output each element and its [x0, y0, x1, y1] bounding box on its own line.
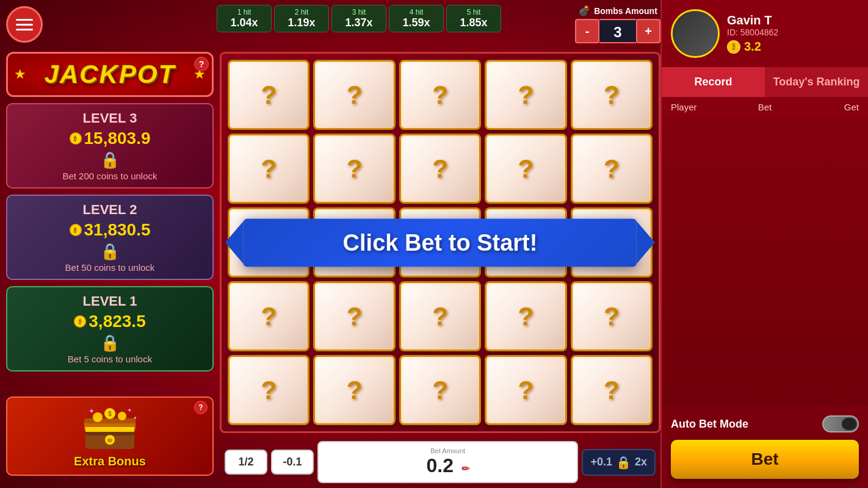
right-panel: Gavin T ID: 58004862 ₿ 3.2 Record Today'…	[660, 0, 868, 488]
coin-icon-level3: ₿	[70, 132, 82, 145]
auto-bet-toggle[interactable]	[822, 415, 859, 432]
double-x-label: 2x	[635, 456, 647, 468]
banner-arrow-right	[637, 221, 655, 264]
level-1-card: LEVEL 1 ₿ 3,823.5 🔒 Bet 5 coins to unloc…	[6, 286, 214, 371]
record-header-player: Player	[671, 102, 734, 112]
hit-box-4: 4 hit 1.59x	[389, 5, 444, 32]
left-panel: ★ JACKPOT ★ ? LEVEL 3 ₿ 15,803.9 🔒 Bet 2…	[6, 52, 214, 482]
cell-1-2[interactable]: ?	[313, 60, 395, 130]
bet-half-button[interactable]: 1/2	[225, 450, 267, 475]
bet-amount-display: Bet Amount 0.2 ✏	[317, 441, 578, 483]
coin-amount: 3.2	[744, 40, 761, 54]
record-headers: Player Bet Get	[662, 97, 868, 117]
bet-amount-value: 0.2 ✏	[427, 454, 469, 476]
svg-point-10	[118, 412, 126, 420]
cell-5-2[interactable]: ?	[313, 355, 395, 425]
coin-icon-level1: ₿	[74, 315, 86, 328]
click-bet-banner: Click Bet to Start!	[244, 218, 637, 267]
jackpot-title: JACKPOT	[17, 60, 203, 89]
cell-5-3[interactable]: ?	[399, 355, 481, 425]
level-2-amount: ₿ 31,830.5	[16, 220, 204, 240]
level-3-title: LEVEL 3	[16, 110, 204, 126]
bet-area: 1/2 -0.1 Bet Amount 0.2 ✏ +0.1 🔒 2x	[220, 436, 660, 488]
tab-record[interactable]: Record	[662, 67, 765, 97]
cell-5-1[interactable]: ?	[228, 355, 309, 425]
svg-text:$: $	[108, 411, 112, 417]
cell-2-3[interactable]: ?	[399, 134, 481, 204]
hit-multipliers-bar: 1 hit 1.04x 2 hit 1.19x 3 hit 1.37x 4 hi…	[217, 5, 501, 32]
bombs-section: 💣 Bombs Amount - 3 +	[575, 5, 660, 43]
profile-section: Gavin T ID: 58004862 ₿ 3.2	[662, 0, 868, 67]
cell-4-2[interactable]: ?	[313, 281, 395, 351]
profile-info: Gavin T ID: 58004862 ₿ 3.2	[727, 13, 778, 54]
jackpot-question-button[interactable]: ?	[194, 57, 209, 71]
hit-box-5: 5 hit 1.85x	[446, 5, 501, 32]
extra-bonus-label: Extra Bonus	[74, 454, 146, 468]
level-1-title: LEVEL 1	[16, 293, 204, 309]
level-3-unlock-text: Bet 200 coins to unlock	[16, 171, 204, 181]
level-3-amount: ₿ 15,803.9	[16, 129, 204, 148]
avatar-image	[673, 11, 718, 56]
record-list	[662, 117, 868, 406]
coin-icon-profile: ₿	[727, 40, 740, 54]
lock-icon-level3: 🔒	[16, 151, 204, 170]
cell-2-2[interactable]: ?	[313, 134, 395, 204]
record-header-bet: Bet	[734, 102, 797, 112]
bombs-decrease-button[interactable]: -	[575, 19, 599, 43]
chest-svg: $ ✦ ✦ ✦	[79, 406, 140, 452]
cell-4-5[interactable]: ?	[571, 281, 653, 351]
svg-rect-7	[107, 439, 112, 442]
coin-icon-level2: ₿	[70, 224, 82, 236]
hit-box-1: 1 hit 1.04x	[217, 5, 272, 32]
svg-text:✦: ✦	[127, 407, 132, 414]
lock-icon-bet: 🔒	[616, 455, 631, 470]
cell-5-5[interactable]: ?	[571, 355, 653, 425]
bet-main-button[interactable]: Bet	[671, 440, 859, 479]
grid-row-5: ? ? ? ? ?	[228, 355, 653, 425]
level-1-unlock-text: Bet 5 coins to unlock	[16, 354, 204, 364]
bet-plus-locked-button[interactable]: +0.1 🔒 2x	[582, 449, 656, 476]
menu-button[interactable]	[6, 6, 43, 43]
cell-2-5[interactable]: ?	[571, 134, 653, 204]
svg-rect-3	[84, 418, 136, 423]
level-2-card: LEVEL 2 ₿ 31,830.5 🔒 Bet 50 coins to unl…	[6, 195, 214, 280]
profile-name: Gavin T	[727, 13, 778, 27]
edit-pencil-icon[interactable]: ✏	[461, 464, 469, 474]
cell-1-1[interactable]: ?	[228, 60, 309, 130]
cell-5-4[interactable]: ?	[485, 355, 566, 425]
cell-2-4[interactable]: ?	[485, 134, 566, 204]
cell-1-3[interactable]: ?	[399, 60, 481, 130]
tab-ranking[interactable]: Today's Ranking	[765, 67, 868, 97]
record-tabs: Record Today's Ranking	[662, 67, 868, 97]
level-1-amount: ₿ 3,823.5	[16, 312, 204, 331]
grid-row-4: ? ? ? ? ?	[228, 281, 653, 351]
cell-2-1[interactable]: ?	[228, 134, 309, 204]
extra-bonus-section: ? $ ✦	[6, 396, 214, 476]
bet-minus-button[interactable]: -0.1	[271, 450, 314, 475]
bombs-increase-button[interactable]: +	[636, 19, 660, 43]
cell-1-5[interactable]: ?	[571, 60, 653, 130]
profile-coins: ₿ 3.2	[727, 40, 778, 54]
profile-id: ID: 58004862	[727, 27, 778, 37]
cell-1-4[interactable]: ?	[485, 60, 566, 130]
bonus-question-button[interactable]: ?	[194, 401, 208, 414]
bottom-right-controls: Auto Bet Mode Bet	[662, 406, 868, 488]
svg-text:✦: ✦	[89, 407, 95, 415]
cell-4-4[interactable]: ?	[485, 281, 566, 351]
record-header-get: Get	[796, 102, 859, 112]
avatar	[671, 9, 720, 58]
plus-label: +0.1	[590, 456, 612, 468]
svg-rect-5	[85, 429, 134, 432]
auto-bet-row: Auto Bet Mode	[671, 415, 859, 432]
bet-amount-label: Bet Amount	[328, 447, 567, 454]
game-grid-container: ? ? ? ? ? ? ? ? ? ? ? ? ? ? ? ? ? ? ? ?	[220, 52, 660, 433]
cell-4-3[interactable]: ?	[399, 281, 481, 351]
cell-4-1[interactable]: ?	[228, 281, 309, 351]
level-2-title: LEVEL 2	[16, 202, 204, 218]
lock-icon-level1: 🔒	[16, 334, 204, 353]
level-2-unlock-text: Bet 50 coins to unlock	[16, 262, 204, 273]
hit-box-3: 3 hit 1.37x	[331, 5, 386, 32]
bomb-icon: 💣	[578, 5, 590, 16]
star-left-icon: ★	[14, 66, 26, 82]
auto-bet-label: Auto Bet Mode	[671, 418, 748, 431]
